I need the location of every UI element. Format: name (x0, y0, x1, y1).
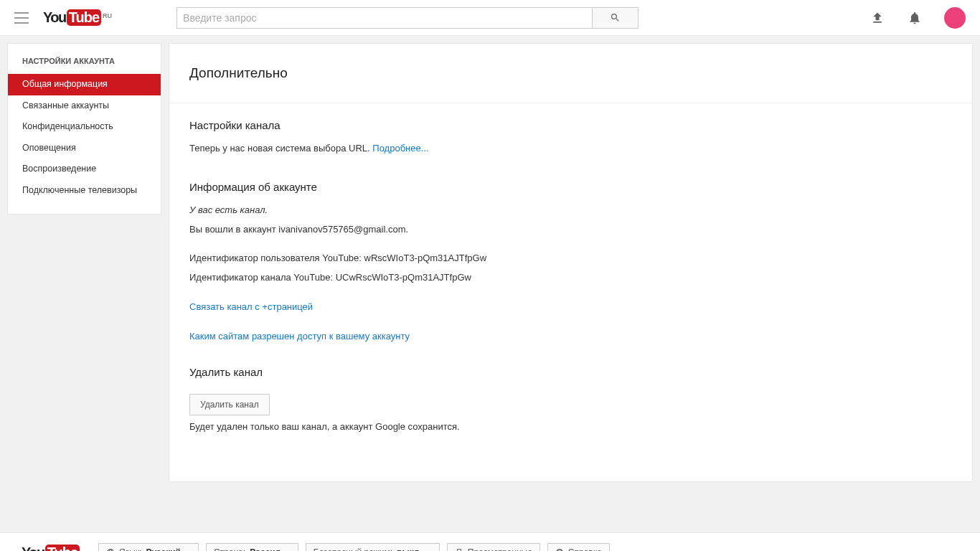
safemode-value: выкл. (397, 547, 422, 551)
help-button[interactable]: Справка (547, 543, 610, 551)
sidebar-item-notifications[interactable]: Оповещения (8, 138, 161, 159)
link-plus-page[interactable]: Связать канал с +страницей (189, 301, 313, 312)
learn-more-link[interactable]: Подробнее... (372, 143, 428, 154)
channel-settings-heading: Настройки канала (189, 119, 952, 131)
sidebar-item-tvs[interactable]: Подключенные телевизоры (8, 180, 161, 202)
search-input[interactable] (176, 7, 593, 29)
country-label: Страна: (214, 547, 245, 551)
language-value: Русский (146, 547, 181, 551)
main-content: Дополнительно Настройки канала Теперь у … (169, 43, 973, 482)
safemode-selector[interactable]: Безопасный режим: выкл. (306, 543, 440, 551)
sidebar-item-privacy[interactable]: Конфиденциальность (8, 116, 161, 138)
youtube-logo[interactable]: YouTube RU (43, 9, 112, 26)
delete-channel-heading: Удалить канал (189, 366, 952, 378)
avatar[interactable] (944, 7, 966, 29)
header-actions (870, 7, 966, 29)
sidebar: НАСТРОЙКИ АККАУНТА Общая информация Связ… (7, 43, 161, 215)
help-label: Справка (568, 547, 602, 551)
delete-note: Будет удален только ваш канал, а аккаунт… (189, 420, 952, 435)
url-system-msg: Теперь у нас новая система выбора URL. П… (189, 141, 952, 156)
upload-button[interactable] (870, 10, 885, 26)
sidebar-item-overview[interactable]: Общая информация (8, 74, 161, 95)
history-button[interactable]: Просмотренные (447, 543, 540, 551)
sidebar-item-playback[interactable]: Воспроизведение (8, 159, 161, 180)
logged-in-text: Вы вошли в аккаунт ivanivanov575765@gmai… (189, 222, 952, 237)
country-value: Россия (250, 547, 281, 551)
sidebar-item-linked-accounts[interactable]: Связанные аккаунты (8, 95, 161, 117)
divider (169, 103, 972, 103)
channel-id-text: Идентификатор канала YouTube: UCwRscWIoT… (189, 270, 952, 286)
history-label: Просмотренные (468, 547, 532, 551)
search-button[interactable] (593, 7, 639, 29)
url-msg-text: Теперь у нас новая система выбора URL. (189, 143, 372, 154)
bell-icon (908, 11, 922, 25)
user-id-text: Идентификатор пользователя YouTube: wRsc… (189, 251, 952, 266)
account-info-heading: Информация об аккаунте (189, 181, 952, 193)
search-icon (610, 12, 621, 23)
menu-icon[interactable] (14, 12, 29, 24)
safemode-label: Безопасный режим: (314, 547, 392, 551)
help-icon (555, 548, 564, 551)
have-channel-text: У вас есть канал. (189, 203, 952, 218)
page-title: Дополнительно (189, 65, 952, 81)
site-access-link[interactable]: Каким сайтам разрешен доступ к вашему ак… (189, 331, 410, 342)
sidebar-title: НАСТРОЙКИ АККАУНТА (8, 57, 161, 74)
header: YouTube RU (0, 0, 980, 36)
language-selector[interactable]: Язык: Русский (98, 543, 199, 551)
search-form (176, 7, 639, 29)
hourglass-icon (455, 548, 463, 551)
notifications-button[interactable] (907, 10, 923, 26)
language-label: Язык: (119, 547, 141, 551)
upload-icon (870, 11, 885, 25)
globe-icon (106, 548, 115, 551)
footer-logo[interactable]: YouTube (22, 545, 80, 551)
delete-channel-button[interactable]: Удалить канал (189, 394, 270, 415)
country-selector[interactable]: Страна: Россия (206, 543, 298, 551)
footer: YouTube Язык: Русский Страна: Россия Без… (0, 532, 980, 551)
logo-region: RU (103, 12, 112, 19)
